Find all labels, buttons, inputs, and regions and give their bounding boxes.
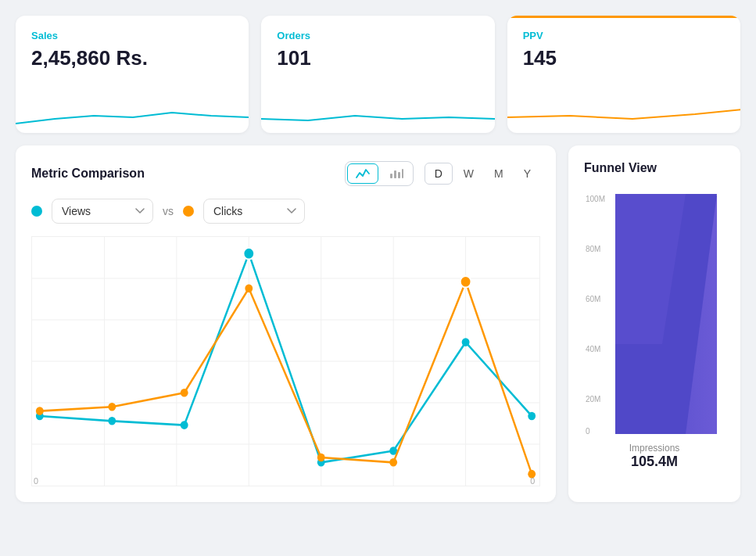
- svg-rect-0: [390, 174, 392, 178]
- svg-rect-1: [394, 170, 396, 178]
- ppv-sparkline: [507, 94, 740, 133]
- svg-point-28: [389, 458, 397, 467]
- svg-point-24: [108, 403, 116, 411]
- svg-point-23: [36, 407, 44, 415]
- svg-point-17: [181, 421, 188, 429]
- main-content: Metric Comparison: [0, 133, 756, 518]
- svg-text:80M: 80M: [586, 245, 600, 253]
- svg-point-27: [317, 454, 325, 462]
- time-btn-m[interactable]: M: [485, 163, 513, 185]
- svg-text:20M: 20M: [586, 395, 600, 404]
- metric-comparison-panel: Metric Comparison: [16, 145, 556, 502]
- sales-sparkline: [16, 94, 249, 133]
- chart-type-buttons: [345, 161, 414, 186]
- top-cards-row: Sales 2,45,860 Rs. Orders 101 PPV 145: [0, 0, 756, 133]
- svg-text:0: 0: [34, 476, 38, 486]
- orders-sparkline: [261, 94, 494, 133]
- svg-point-25: [181, 389, 188, 397]
- sales-value: 2,45,860 Rs.: [31, 46, 233, 70]
- metric-chart-area: 0 0: [31, 236, 540, 486]
- svg-rect-3: [402, 169, 403, 178]
- svg-point-21: [462, 338, 470, 346]
- svg-text:0: 0: [586, 427, 590, 436]
- svg-text:0: 0: [530, 476, 535, 486]
- metric-header: Metric Comparison: [31, 161, 540, 186]
- line-chart-button[interactable]: [347, 163, 378, 184]
- svg-point-26: [245, 284, 253, 292]
- funnel-panel: Funnel View 100M 80M 60M 40M 20M 0: [568, 145, 740, 502]
- bar-chart-button[interactable]: [382, 163, 411, 184]
- ppv-card: PPV 145: [507, 16, 740, 133]
- sales-label: Sales: [31, 30, 233, 41]
- orders-card: Orders 101: [261, 16, 494, 133]
- ppv-label: PPV: [523, 30, 725, 41]
- clicks-dot: [183, 206, 194, 217]
- header-controls: D W M Y: [345, 161, 540, 186]
- svg-point-22: [528, 412, 536, 421]
- ppv-value: 145: [523, 46, 725, 70]
- time-btn-y[interactable]: Y: [514, 163, 540, 185]
- time-btn-d[interactable]: D: [425, 163, 453, 185]
- metric2-select[interactable]: Clicks Views Impressions: [203, 199, 305, 224]
- vs-label: vs: [163, 205, 174, 217]
- orders-value: 101: [277, 46, 478, 70]
- svg-text:100M: 100M: [586, 195, 605, 203]
- orders-label: Orders: [277, 30, 478, 41]
- funnel-svg: 100M 80M 60M 40M 20M 0: [584, 188, 725, 438]
- controls-row: Views Clicks Impressions vs Clicks Views…: [31, 199, 540, 224]
- svg-point-18: [243, 248, 254, 260]
- time-buttons: D W M Y: [425, 163, 540, 185]
- metric1-select[interactable]: Views Clicks Impressions: [52, 199, 153, 224]
- funnel-title: Funnel View: [584, 161, 725, 175]
- time-btn-w[interactable]: W: [454, 163, 483, 185]
- sales-card: Sales 2,45,860 Rs.: [16, 16, 249, 133]
- metric-title: Metric Comparison: [31, 167, 145, 181]
- svg-text:40M: 40M: [586, 345, 600, 353]
- funnel-category-value: 105.4M: [584, 454, 725, 470]
- svg-point-16: [108, 417, 116, 425]
- funnel-category-label: Impressions: [584, 443, 725, 454]
- funnel-chart-area: 100M 80M 60M 40M 20M 0: [584, 188, 725, 438]
- views-dot: [31, 206, 42, 217]
- svg-rect-2: [398, 172, 400, 178]
- metric-chart-svg: 0 0: [32, 237, 539, 486]
- svg-point-29: [460, 276, 471, 288]
- svg-text:60M: 60M: [586, 295, 600, 303]
